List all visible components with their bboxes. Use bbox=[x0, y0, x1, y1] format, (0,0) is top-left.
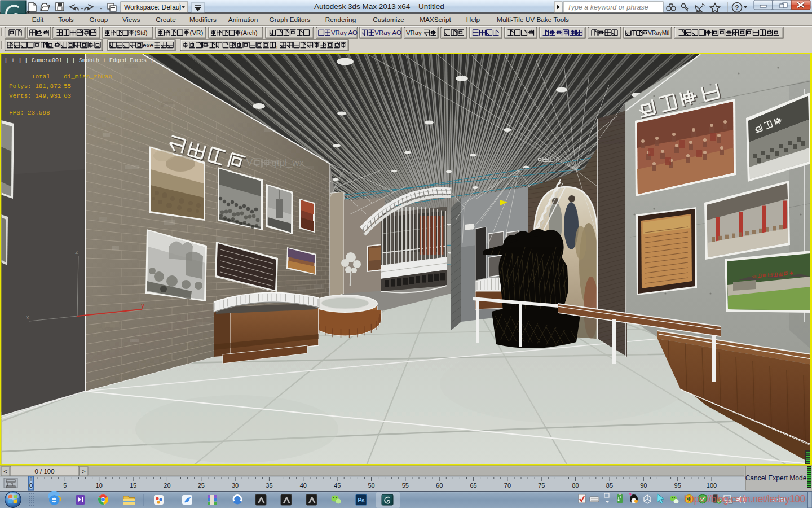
svg-text:Ps: Ps bbox=[358, 497, 365, 503]
svg-text:15: 15 bbox=[130, 482, 136, 489]
svg-text:x: x bbox=[26, 314, 29, 321]
svg-text:z: z bbox=[75, 248, 78, 255]
svg-text:V: V bbox=[246, 157, 253, 168]
svg-text:(Arch): (Arch) bbox=[241, 29, 257, 36]
svg-text:Views: Views bbox=[122, 16, 140, 24]
svg-text:(Std): (Std) bbox=[135, 29, 148, 36]
svg-text:Autodesk 3ds Max 2013 x64: Autodesk 3ds Max 2013 x64 bbox=[314, 2, 411, 11]
svg-text:60: 60 bbox=[436, 482, 443, 489]
svg-text:35: 35 bbox=[266, 482, 272, 489]
svg-text:25: 25 bbox=[198, 482, 205, 489]
svg-text:0 / 100: 0 / 100 bbox=[34, 468, 54, 475]
svg-text:VRayMtl: VRayMtl bbox=[648, 30, 669, 36]
svg-text:50: 50 bbox=[368, 482, 374, 489]
svg-text:Create: Create bbox=[156, 16, 176, 24]
svg-text:Total: Total bbox=[32, 73, 50, 80]
svg-text:5: 5 bbox=[63, 482, 67, 489]
svg-text:Customize: Customize bbox=[373, 16, 404, 24]
svg-text:di_mian_zhuan: di_mian_zhuan bbox=[64, 73, 112, 80]
svg-text:Workspace: Defaul: Workspace: Defaul bbox=[124, 3, 181, 11]
svg-text:,: , bbox=[276, 41, 278, 49]
svg-text:55: 55 bbox=[64, 83, 71, 90]
svg-text:[ + ] [ Camera001 ] [ Smooth +: [ + ] [ Camera001 ] [ Smooth + Edged Fac… bbox=[5, 58, 153, 64]
svg-text:90: 90 bbox=[640, 482, 647, 489]
svg-text:>: > bbox=[82, 468, 85, 475]
svg-text:10: 10 bbox=[96, 482, 103, 489]
svg-text:VRay AO: VRay AO bbox=[374, 29, 401, 36]
svg-text:<: < bbox=[3, 468, 7, 475]
svg-text:Help: Help bbox=[466, 16, 480, 24]
svg-text:0: 0 bbox=[29, 482, 33, 489]
svg-text:Tools: Tools bbox=[58, 16, 74, 24]
svg-text:100: 100 bbox=[707, 482, 717, 489]
svg-text:Graph Editors: Graph Editors bbox=[270, 16, 311, 24]
svg-text:y: y bbox=[141, 301, 144, 309]
svg-text:FPS: 23.598: FPS: 23.598 bbox=[9, 110, 50, 116]
svg-text:Type a keyword or phrase: Type a keyword or phrase bbox=[567, 3, 648, 11]
svg-text:80: 80 bbox=[572, 482, 579, 489]
svg-text:Multi-Tile UV Bake Tools: Multi-Tile UV Bake Tools bbox=[497, 16, 569, 24]
svg-text:Rendering: Rendering bbox=[325, 16, 356, 24]
svg-text:VRay: VRay bbox=[406, 29, 422, 36]
svg-text:Untitled: Untitled bbox=[418, 2, 444, 11]
svg-text:63: 63 bbox=[64, 93, 71, 99]
svg-text:65: 65 bbox=[470, 482, 476, 489]
svg-text:Modifiers: Modifiers bbox=[189, 16, 217, 24]
svg-text:Polys: 181,872: Polys: 181,872 bbox=[9, 83, 61, 90]
svg-text:70: 70 bbox=[504, 482, 511, 489]
svg-text:exe: exe bbox=[143, 41, 153, 49]
svg-text:qtpl_wx: qtpl_wx bbox=[272, 157, 304, 168]
svg-text:85: 85 bbox=[606, 482, 613, 489]
svg-text:Group: Group bbox=[90, 16, 108, 24]
svg-text:MAXScript: MAXScript bbox=[420, 16, 451, 24]
svg-text:55: 55 bbox=[402, 482, 409, 489]
svg-text:Cancel Expert Mode: Cancel Expert Mode bbox=[745, 474, 807, 482]
svg-text:45: 45 bbox=[334, 482, 341, 489]
svg-text:20: 20 bbox=[164, 482, 170, 489]
svg-text:Verts: 149,931: Verts: 149,931 bbox=[9, 93, 61, 99]
svg-text:30: 30 bbox=[232, 482, 239, 489]
svg-text:Animation: Animation bbox=[228, 16, 258, 24]
svg-text:https://blog.csdn.net/leday100: https://blog.csdn.net/leday100 bbox=[684, 493, 805, 505]
svg-text:VRay AO: VRay AO bbox=[331, 29, 358, 36]
svg-text:Edit: Edit bbox=[32, 16, 44, 24]
svg-text:(VR): (VR) bbox=[190, 29, 204, 36]
svg-text:95: 95 bbox=[674, 482, 681, 489]
svg-text:75: 75 bbox=[538, 482, 545, 489]
svg-text:?: ? bbox=[735, 4, 739, 12]
svg-text:40: 40 bbox=[300, 482, 307, 489]
